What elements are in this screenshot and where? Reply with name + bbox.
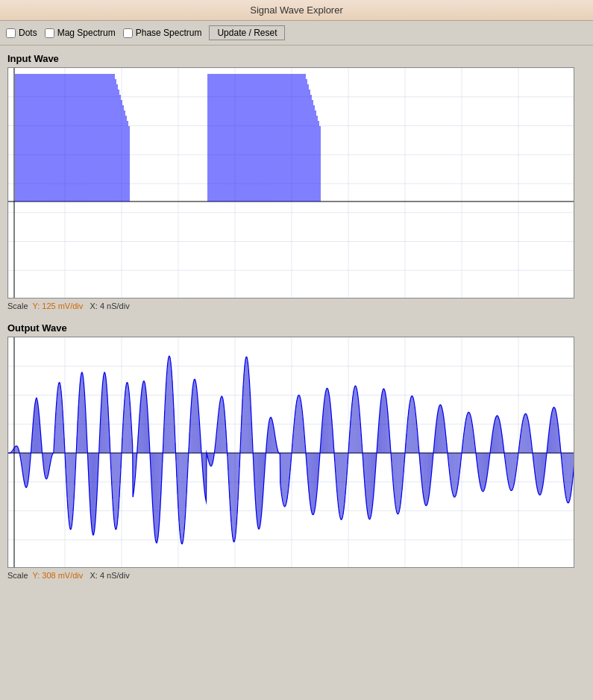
output-wave-title: Output Wave [7, 322, 586, 334]
title-bar: Signal Wave Explorer [0, 0, 593, 21]
toolbar: Dots Mag Spectrum Phase Spectrum Update … [0, 21, 593, 46]
app-title: Signal Wave Explorer [250, 4, 343, 16]
output-wave-scale-x: X: 4 nS/div [90, 571, 129, 580]
output-wave-chart [7, 337, 574, 568]
dots-checkbox-label[interactable]: Dots [6, 28, 37, 38]
input-wave-scale-x: X: 4 nS/div [90, 301, 129, 310]
input-wave-title: Input Wave [7, 53, 586, 64]
mag-spectrum-label: Mag Spectrum [57, 28, 116, 38]
input-wave-chart [7, 67, 574, 299]
mag-spectrum-checkbox[interactable] [45, 28, 54, 38]
mag-spectrum-checkbox-label[interactable]: Mag Spectrum [45, 28, 116, 38]
output-wave-scale: Scale Y: 308 mV/div X: 4 nS/div [7, 571, 586, 580]
input-wave-scale-y: Y: 125 mV/div [32, 301, 83, 310]
phase-spectrum-checkbox[interactable] [123, 28, 133, 38]
input-wave-scale: Scale Y: 125 mV/div X: 4 nS/div [7, 301, 586, 310]
dots-label: Dots [19, 28, 37, 38]
phase-spectrum-label: Phase Spectrum [136, 28, 202, 38]
phase-spectrum-checkbox-label[interactable]: Phase Spectrum [123, 28, 202, 38]
update-reset-button[interactable]: Update / Reset [209, 25, 285, 40]
dots-checkbox[interactable] [6, 28, 16, 38]
output-wave-scale-y: Y: 308 mV/div [32, 571, 83, 580]
main-content: Input Wave Scale Y: 125 mV/div X: 4 nS/d… [0, 46, 593, 599]
